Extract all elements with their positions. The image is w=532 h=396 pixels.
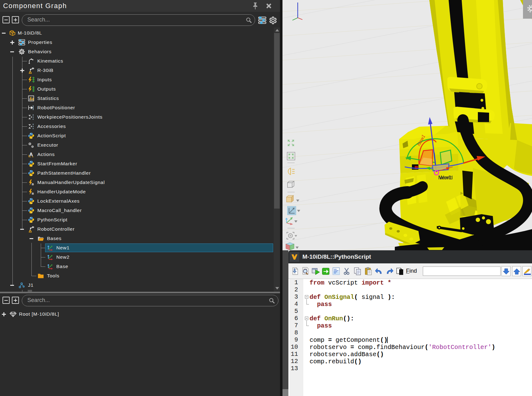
svg-text:B: B bbox=[32, 192, 34, 195]
svg-text:New1: New1 bbox=[438, 175, 451, 181]
svg-text:B: B bbox=[32, 182, 34, 186]
svg-text:A: A bbox=[29, 152, 33, 158]
